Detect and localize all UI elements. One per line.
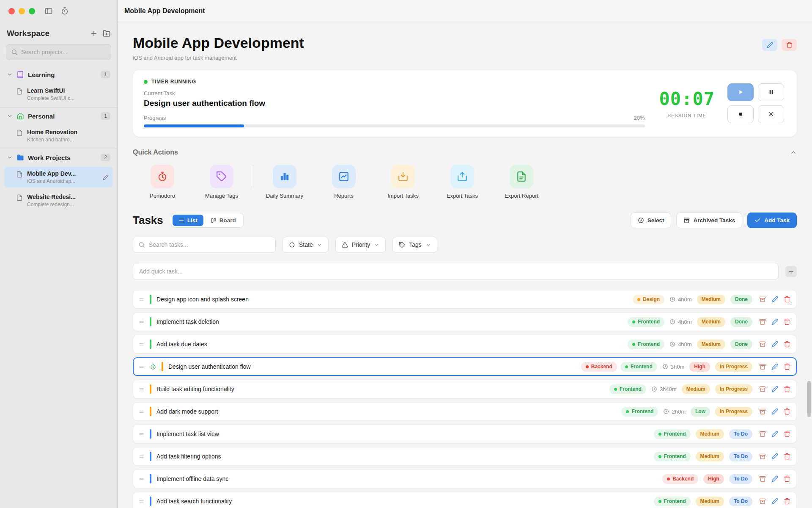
quick-action-daily-summary[interactable]: Daily Summary — [255, 165, 314, 199]
minimize-window-button[interactable] — [19, 8, 25, 14]
quick-action-export-report[interactable]: Export Report — [492, 165, 551, 199]
add-project-button[interactable] — [90, 30, 98, 37]
view-board-tab[interactable]: Board — [205, 215, 242, 226]
task-row[interactable]: Design user authentication flow Backend … — [133, 357, 797, 376]
delete-task-button[interactable] — [784, 475, 790, 482]
state-filter-dropdown[interactable]: State — [283, 237, 329, 253]
quick-action-export-tasks[interactable]: Export Tasks — [433, 165, 492, 199]
drag-handle[interactable] — [138, 409, 145, 415]
sidebar-item-mobile-app-dev[interactable]: Mobile App Dev... iOS and Android ap... — [4, 167, 113, 188]
task-row[interactable]: Add dark mode support Frontend 2h0m Low … — [133, 402, 797, 421]
task-row-actions — [759, 408, 790, 415]
priority-filter-dropdown[interactable]: Priority — [335, 237, 386, 253]
sidebar-group-learning[interactable]: Learning 1 — [0, 66, 117, 83]
archive-task-button[interactable] — [759, 341, 766, 348]
sidebar-group-personal[interactable]: Personal 1 — [0, 107, 117, 124]
edit-task-button[interactable] — [771, 318, 778, 325]
task-row[interactable]: Add task search functionality Frontend M… — [133, 492, 797, 508]
edit-task-button[interactable] — [771, 341, 778, 348]
task-time: 4h0m — [669, 319, 692, 325]
delete-task-button[interactable] — [784, 431, 790, 437]
add-folder-button[interactable] — [103, 30, 110, 37]
delete-task-button[interactable] — [784, 408, 790, 415]
quick-action-reports[interactable]: Reports — [314, 165, 373, 199]
edit-task-button[interactable] — [771, 296, 778, 303]
select-tasks-button[interactable]: Select — [631, 213, 672, 228]
drag-handle[interactable] — [138, 364, 145, 370]
drag-handle[interactable] — [138, 476, 145, 482]
edit-task-button[interactable] — [771, 431, 778, 437]
archive-task-button[interactable] — [759, 408, 766, 415]
pause-button[interactable] — [758, 83, 784, 101]
play-button[interactable] — [727, 83, 754, 101]
task-title: Implement task list view — [156, 431, 219, 437]
stop-button[interactable] — [727, 105, 754, 123]
delete-task-button[interactable] — [784, 296, 790, 303]
delete-project-button[interactable] — [782, 39, 797, 51]
sidebar-item-website-redesi[interactable]: Website Redesi... Complete redesign... — [4, 190, 113, 211]
quick-action-pomodoro[interactable]: Pomodoro — [133, 165, 192, 199]
project-search-input[interactable] — [21, 49, 106, 55]
archive-icon — [683, 217, 690, 224]
archive-task-button[interactable] — [759, 498, 766, 505]
project-edit-icon[interactable] — [103, 174, 109, 180]
tags-filter-dropdown[interactable]: Tags — [392, 237, 437, 253]
close-window-button[interactable] — [8, 8, 15, 14]
scrollbar-thumb[interactable] — [807, 381, 811, 417]
task-row[interactable]: Implement offline data sync Backend High… — [133, 469, 797, 488]
add-task-label: Add Task — [764, 217, 790, 224]
edit-task-button[interactable] — [771, 386, 778, 392]
task-status-badge: In Progress — [715, 362, 752, 372]
archive-task-button[interactable] — [759, 296, 766, 303]
delete-task-button[interactable] — [784, 363, 790, 370]
delete-task-button[interactable] — [784, 498, 790, 505]
app-window: Workspace Learning 1 Learn SwiftUI Compl… — [0, 0, 812, 508]
cancel-session-button[interactable] — [758, 105, 784, 123]
task-row[interactable]: Add task due dates Frontend 4h0m Medium … — [133, 335, 797, 353]
edit-task-button[interactable] — [771, 408, 778, 415]
quick-action-import-tasks[interactable]: Import Tasks — [373, 165, 433, 199]
drag-handle[interactable] — [138, 386, 145, 392]
quick-add-submit-button[interactable] — [785, 266, 797, 277]
archive-task-button[interactable] — [759, 363, 766, 370]
tag-label: Frontend — [664, 498, 686, 504]
timer-dial-icon[interactable] — [60, 7, 69, 15]
sidebar-item-home-renovation[interactable]: Home Renovation Kitchen and bathro... — [4, 125, 113, 146]
delete-task-button[interactable] — [784, 386, 790, 392]
task-row[interactable]: Design app icon and splash screen Design… — [133, 290, 797, 309]
task-row[interactable]: Add task filtering options Frontend Medi… — [133, 447, 797, 466]
archive-task-button[interactable] — [759, 318, 766, 325]
drag-handle[interactable] — [138, 453, 145, 460]
collapse-quick-actions-button[interactable] — [790, 149, 797, 156]
edit-task-button[interactable] — [771, 475, 778, 482]
edit-task-button[interactable] — [771, 498, 778, 505]
drag-handle[interactable] — [138, 296, 145, 303]
archived-tasks-button[interactable]: Archived Tasks — [676, 213, 742, 228]
edit-task-button[interactable] — [771, 363, 778, 370]
archive-task-button[interactable] — [759, 431, 766, 437]
archive-task-button[interactable] — [759, 453, 766, 460]
delete-task-button[interactable] — [784, 453, 790, 460]
edit-project-button[interactable] — [762, 39, 777, 51]
sidebar-toggle-icon[interactable] — [44, 7, 53, 15]
drag-handle[interactable] — [138, 341, 145, 348]
archive-task-button[interactable] — [759, 475, 766, 482]
edit-task-button[interactable] — [771, 453, 778, 460]
delete-task-button[interactable] — [784, 341, 790, 348]
sidebar-group-work-projects[interactable]: Work Projects 2 — [0, 149, 117, 166]
task-row[interactable]: Implement task list view Frontend Medium… — [133, 425, 797, 443]
task-row[interactable]: Build task editing functionality Fronten… — [133, 380, 797, 398]
sidebar-item-learn-swiftui[interactable]: Learn SwiftUI Complete SwiftUI c... — [4, 84, 113, 105]
zoom-window-button[interactable] — [29, 8, 35, 14]
add-task-button[interactable]: Add Task — [747, 213, 797, 228]
quick-action-manage-tags[interactable]: Manage Tags — [192, 165, 251, 199]
view-list-tab[interactable]: List — [173, 215, 203, 226]
drag-handle[interactable] — [138, 498, 145, 505]
task-search-input[interactable] — [149, 241, 270, 248]
task-row[interactable]: Implement task deletion Frontend 4h0m Me… — [133, 312, 797, 331]
drag-handle[interactable] — [138, 431, 145, 437]
archive-task-button[interactable] — [759, 386, 766, 392]
delete-task-button[interactable] — [784, 318, 790, 325]
drag-handle[interactable] — [138, 319, 145, 325]
quick-add-task-input[interactable] — [139, 268, 772, 275]
